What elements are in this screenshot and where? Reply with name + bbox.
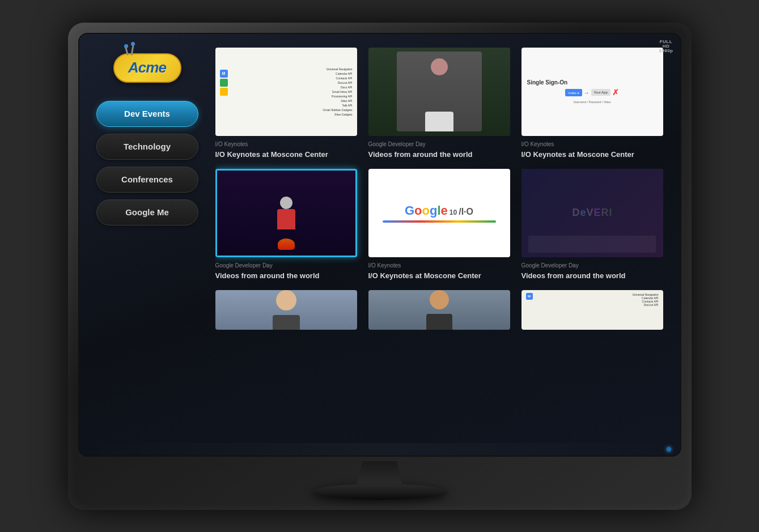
signin-x-icon: ✗ (612, 88, 619, 97)
thumb-signin-bg: Single Sign-On make ▸ → Your App ✗ Usern… (521, 48, 663, 136)
api-line: Gmail Inbox API (231, 90, 353, 93)
tv-stand (312, 461, 448, 500)
api-line: Calendar API (231, 72, 353, 75)
video-title: I/O Keynotes at Moscone Center (368, 271, 510, 281)
video-thumbnail: M Universal Navigation Calendar API (215, 48, 357, 136)
video-title: Videos from around the world (521, 271, 663, 281)
devfest-l: l (609, 207, 612, 219)
campfire-person (277, 197, 295, 229)
face-head-icon (276, 290, 296, 310)
video-item[interactable] (368, 290, 510, 330)
tv-screen: FULL HD 1080p Acme (79, 34, 680, 456)
person3-head-icon (430, 290, 449, 309)
apis2-content: M Universal Navigation Calendar API Cont… (526, 293, 659, 307)
signin-app: Your App (591, 89, 610, 96)
video-title: Videos from around the world (215, 271, 357, 281)
thumb-person3-bg (368, 290, 510, 330)
thumb-apis-bg: M Universal Navigation Calendar API (215, 48, 357, 136)
video-title: I/O Keynotes at Moscone Center (215, 150, 357, 160)
sidebar-item-label: Dev Events (124, 109, 170, 118)
sidebar-item-label: Technology (124, 142, 171, 151)
api-line: Contacts API (231, 76, 353, 80)
video-item[interactable]: Google Developer Day Videos from around … (368, 48, 510, 160)
power-indicator (667, 447, 671, 452)
sidebar-item-conferences[interactable]: Conferences (96, 167, 198, 193)
api-line: Provisioning API (231, 95, 353, 98)
video-thumbnail: Single Sign-On make ▸ → Your App ✗ Usern… (521, 48, 663, 136)
tv-bezel: FULL HD 1080p Acme (78, 33, 681, 457)
fullhd-badge: FULL HD 1080p (659, 40, 673, 53)
signin-title: Single Sign-On (525, 79, 568, 86)
tv-base (312, 484, 448, 500)
bottom-bar (79, 443, 680, 456)
devfest-letters-grid: D e V E R l (570, 205, 614, 221)
sidebar-item-label: Conferences (121, 175, 173, 184)
devfest-r: R (601, 207, 609, 219)
video-thumbnail: M Universal Navigation Calendar API Cont… (521, 290, 663, 330)
video-item[interactable]: M Universal Navigation Calendar API Cont… (521, 290, 663, 330)
devfest-e: e (580, 207, 586, 219)
api-line: Sites Gadgets (231, 113, 353, 116)
thumb-devfest-bg: D e V E R l (521, 169, 663, 257)
person-body-icon (277, 209, 295, 229)
person3-body-icon (426, 314, 452, 330)
api-line: Docs API (231, 86, 353, 89)
sidebar: Acme Dev Events Technology Conferences G… (91, 48, 204, 429)
gmail-m: M (528, 295, 531, 298)
video-thumbnail (368, 290, 510, 330)
devfest-e2: E (594, 207, 601, 219)
person3-shape (423, 290, 455, 330)
devfest-crowd (528, 236, 656, 253)
thumb-google-io-bg: Google 10 / I·O (368, 169, 510, 257)
video-item[interactable]: Single Sign-On make ▸ → Your App ✗ Usern… (521, 48, 663, 160)
antenna-ball-right-icon (131, 42, 135, 46)
devfest-v: V (586, 207, 593, 219)
sidebar-item-dev-events[interactable]: Dev Events (96, 101, 198, 127)
google-io-logo: Google 10 / I·O (405, 203, 473, 218)
person-body-shape (425, 112, 453, 131)
tv-neck (351, 461, 408, 484)
api-line: Gmail Sidebar Gadgets (231, 108, 353, 112)
face-body-icon (273, 315, 300, 330)
api-line: Sites API (231, 99, 353, 103)
thumb-person-shape (397, 52, 482, 131)
person-head-icon (280, 197, 292, 209)
video-thumbnail: Google 10 / I·O (368, 169, 510, 257)
screen-content: Acme Dev Events Technology Conferences G… (79, 34, 680, 443)
video-grid-row-1: M Universal Navigation Calendar API (215, 48, 663, 160)
apis2-list: Universal Navigation Calendar API Contac… (536, 293, 659, 307)
logo-g: G (405, 203, 414, 218)
video-item[interactable]: D e V E R l Goog (521, 169, 663, 281)
sidebar-item-technology[interactable]: Technology (96, 134, 198, 160)
video-thumbnail: D e V E R l (521, 169, 663, 257)
video-grid-row-2: Google Developer Day Videos from around … (215, 169, 663, 281)
campfire-flame-icon (278, 239, 295, 250)
devfest-d: D (572, 207, 579, 219)
video-thumbnail (368, 48, 510, 136)
video-item[interactable]: M Universal Navigation Calendar API (215, 48, 357, 160)
video-item[interactable]: Google 10 / I·O I/O Keynotes I/O Keynote… (368, 169, 510, 281)
signin-arrow-icon: → (584, 90, 590, 96)
video-category: Google Developer Day (368, 141, 510, 147)
video-item[interactable] (215, 290, 357, 330)
io-num: 10 (450, 208, 457, 216)
api-line: Universal Navigation (231, 67, 353, 71)
gmail-icon: M (526, 293, 533, 300)
video-category: I/O Keynotes (368, 262, 510, 269)
thumb-campfire-bg (217, 171, 355, 256)
io-text: I·O (461, 207, 473, 217)
signin-flow: make ▸ → Your App ✗ (525, 88, 660, 97)
signin-desc: Username / Password / Video (573, 100, 610, 104)
video-category: Google Developer Day (521, 262, 663, 269)
api-line: DocList API (231, 81, 353, 84)
antenna-right-icon (130, 45, 134, 55)
sidebar-item-google-me[interactable]: Google Me (96, 199, 198, 225)
logo-o2: o (422, 203, 430, 218)
api2-line: DocList API (536, 303, 659, 307)
video-thumbnail (215, 290, 357, 330)
video-item[interactable]: Google Developer Day Videos from around … (215, 169, 357, 281)
video-grid-row-3: M Universal Navigation Calendar API Cont… (215, 290, 663, 330)
thumb-person2-bg (215, 290, 357, 330)
antenna-ball-left-icon (124, 44, 128, 48)
logo-o1: o (414, 203, 422, 218)
